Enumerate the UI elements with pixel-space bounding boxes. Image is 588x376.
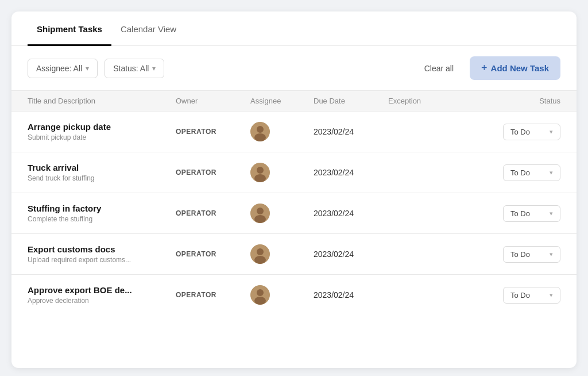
svg-point-13: [257, 289, 264, 296]
task-due-date: 2023/02/24: [314, 250, 388, 259]
assignee-filter-label: Assignee: All: [36, 64, 82, 73]
status-label: To Do: [510, 250, 530, 259]
add-task-label: Add New Task: [491, 63, 549, 73]
status-label: To Do: [510, 209, 530, 218]
status-label: To Do: [510, 291, 530, 300]
toolbar: Assignee: All ▾ Status: All ▾ Clear all …: [11, 46, 577, 90]
status-label: To Do: [510, 168, 530, 177]
main-card: Shipment Tasks Calendar View Assignee: A…: [11, 11, 577, 368]
task-title-desc: Export customs docs Upload required expo…: [28, 244, 176, 264]
status-badge[interactable]: To Do ▾: [503, 205, 560, 222]
tab-calendar-view[interactable]: Calendar View: [111, 11, 185, 46]
task-description: Approve decleration: [28, 297, 176, 305]
assignee-chevron-icon: ▾: [86, 64, 89, 72]
table-row: Arrange pickup date Submit pickup date O…: [11, 112, 577, 152]
task-owner: OPERATOR: [176, 168, 250, 177]
task-title: Export customs docs: [28, 244, 176, 254]
task-title: Stuffing in factory: [28, 204, 176, 213]
tabs-container: Shipment Tasks Calendar View: [11, 11, 577, 46]
task-title: Approve export BOE de...: [28, 285, 176, 295]
table-row: Export customs docs Upload required expo…: [11, 234, 577, 275]
avatar: [250, 285, 270, 305]
task-title-desc: Truck arrival Send truck for stuffing: [28, 163, 176, 182]
task-owner: OPERATOR: [176, 128, 250, 136]
task-title: Truck arrival: [28, 163, 176, 172]
col-header-title: Title and Description: [28, 97, 176, 105]
status-filter-label: Status: All: [113, 64, 149, 73]
avatar: [250, 204, 270, 223]
task-description: Upload required export customs...: [28, 256, 176, 264]
status-badge[interactable]: To Do ▾: [503, 246, 560, 263]
col-header-status: Status: [480, 97, 560, 105]
table-row: Stuffing in factory Complete the stuffin…: [11, 193, 577, 234]
svg-point-14: [254, 297, 266, 305]
status-label: To Do: [510, 128, 530, 136]
task-owner: OPERATOR: [176, 250, 250, 258]
status-chevron-icon: ▾: [152, 64, 156, 72]
svg-point-10: [257, 248, 264, 255]
svg-point-1: [257, 126, 264, 133]
plus-icon: +: [481, 62, 488, 74]
svg-point-7: [257, 208, 264, 214]
status-chevron-icon: ▾: [550, 128, 553, 136]
svg-point-11: [254, 256, 266, 264]
task-due-date: 2023/02/24: [314, 290, 388, 300]
status-chevron-icon: ▾: [550, 291, 553, 299]
svg-point-8: [254, 215, 266, 223]
table-row: Truck arrival Send truck for stuffing OP…: [11, 152, 577, 193]
task-due-date: 2023/02/24: [314, 168, 388, 177]
avatar: [250, 244, 270, 264]
task-description: Complete the stuffing: [28, 215, 176, 223]
col-header-exception: Exception: [388, 97, 480, 105]
task-title-desc: Arrange pickup date Submit pickup date: [28, 122, 176, 141]
task-due-date: 2023/02/24: [314, 127, 388, 136]
clear-all-button[interactable]: Clear all: [415, 59, 463, 78]
tab-shipment-tasks[interactable]: Shipment Tasks: [28, 11, 111, 46]
status-badge[interactable]: To Do ▾: [503, 164, 560, 181]
task-owner: OPERATOR: [176, 291, 250, 299]
task-description: Send truck for stuffing: [28, 174, 176, 182]
table-row: Approve export BOE de... Approve declera…: [11, 275, 577, 315]
col-header-assignee: Assignee: [250, 97, 314, 105]
avatar: [250, 163, 270, 182]
table-header: Title and Description Owner Assignee Due…: [11, 90, 577, 112]
task-title: Arrange pickup date: [28, 122, 176, 132]
svg-point-2: [254, 133, 266, 141]
task-title-desc: Stuffing in factory Complete the stuffin…: [28, 204, 176, 223]
avatar: [250, 122, 270, 141]
status-badge[interactable]: To Do ▾: [503, 124, 560, 140]
task-due-date: 2023/02/24: [314, 209, 388, 218]
svg-point-4: [257, 167, 264, 174]
task-description: Submit pickup date: [28, 133, 176, 141]
status-filter-button[interactable]: Status: All ▾: [105, 59, 164, 78]
svg-point-5: [254, 174, 266, 182]
col-header-owner: Owner: [176, 97, 250, 105]
add-new-task-button[interactable]: + Add New Task: [470, 56, 560, 80]
status-chevron-icon: ▾: [550, 251, 553, 258]
col-header-due-date: Due Date: [314, 97, 388, 105]
status-chevron-icon: ▾: [550, 169, 553, 177]
status-chevron-icon: ▾: [550, 210, 553, 217]
task-owner: OPERATOR: [176, 209, 250, 217]
task-list: Arrange pickup date Submit pickup date O…: [11, 112, 577, 315]
assignee-filter-button[interactable]: Assignee: All ▾: [28, 59, 98, 78]
status-badge[interactable]: To Do ▾: [503, 287, 560, 304]
task-title-desc: Approve export BOE de... Approve declera…: [28, 285, 176, 305]
